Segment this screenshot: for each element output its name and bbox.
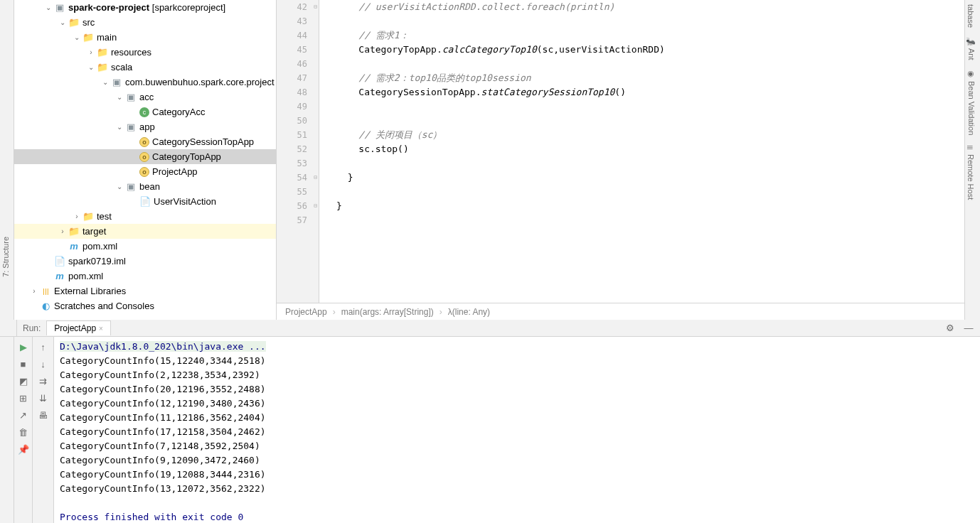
scroll-icon[interactable]: ⇊ — [38, 392, 49, 404]
chevron-right-icon[interactable]: › — [28, 287, 40, 295]
code-line — [336, 114, 964, 128]
library-icon: ⫼ — [40, 286, 51, 297]
chevron-down-icon[interactable]: ⌄ — [57, 18, 68, 26]
code-line — [336, 57, 964, 71]
line-number: 42⊟ — [277, 0, 319, 14]
tree-package[interactable]: ⌄ ▣ com.buwenbuhuo.spark.core.project — [14, 75, 276, 90]
tree-uservisitaction[interactable]: 📄 UserVisitAction — [14, 194, 276, 209]
breadcrumb[interactable]: ProjectApp › main(args: Array[String]) ›… — [277, 303, 964, 320]
code-line — [336, 99, 964, 114]
run-tab[interactable]: ProjectApp × — [46, 320, 111, 335]
chevron-down-icon[interactable]: ⌄ — [100, 78, 111, 86]
tree-src[interactable]: ⌄ 📁 src — [14, 15, 276, 30]
folder-icon: 📁 — [82, 32, 94, 43]
breadcrumb-item[interactable]: λ(line: Any) — [448, 307, 490, 317]
code-line — [336, 14, 964, 28]
fold-icon[interactable]: ⊟ — [314, 0, 317, 14]
tree-target[interactable]: › 📁 target — [14, 224, 276, 239]
line-number: 55 — [277, 185, 319, 199]
line-number: 52 — [277, 142, 319, 156]
tree-acc[interactable]: ⌄ ▣ acc — [14, 90, 276, 104]
tree-categoryacc[interactable]: c CategoryAcc — [14, 104, 276, 119]
console-line: CategoryCountInfo(20,12196,3552,2488) — [60, 382, 974, 397]
console-line: CategoryCountInfo(19,12088,3444,2316) — [60, 468, 974, 482]
database-tool[interactable]: tabase — [965, 0, 976, 32]
console-line: CategoryCountInfo(15,12240,3344,2518) — [60, 354, 974, 368]
exit-icon[interactable]: ↗ — [18, 409, 29, 421]
ant-tool[interactable]: 🐜Ant — [965, 32, 977, 65]
tree-test[interactable]: › 📁 test — [14, 209, 276, 224]
tree-scratches[interactable]: ◐ Scratches and Consoles — [14, 298, 276, 313]
code-line: CategoryTopApp.calcCategoryTop10(sc,user… — [336, 43, 964, 57]
chevron-down-icon[interactable]: ⌄ — [114, 123, 125, 131]
line-number: 44 — [277, 28, 319, 43]
code-content[interactable]: // userVisitActionRDD.collect.foreach(pr… — [319, 0, 964, 320]
console-line: CategoryCountInfo(2,12238,3534,2392) — [60, 368, 974, 382]
chevron-right-icon: › — [440, 307, 442, 317]
chevron-down-icon[interactable]: ⌄ — [43, 4, 54, 11]
up-icon[interactable]: ↑ — [38, 341, 49, 352]
play-icon[interactable]: ▶ — [18, 341, 29, 352]
run-toolbar-secondary: ↑ ↓ ⇉ ⇊ 🖶 — [33, 337, 54, 523]
editor-gutter: 42⊟ 43 44 45 46 47 48 49 50 51 52 53 54⊟… — [277, 0, 319, 320]
line-number: 45 — [277, 43, 319, 57]
line-number: 47 — [277, 71, 319, 85]
chevron-right-icon: › — [333, 307, 336, 317]
code-line — [336, 185, 964, 199]
line-number: 46 — [277, 57, 319, 71]
stop-icon[interactable]: ■ — [18, 358, 29, 370]
wrap-icon[interactable]: ⇉ — [38, 375, 49, 387]
fold-icon[interactable]: ⊟ — [314, 171, 317, 185]
remote-host-tool[interactable]: ⫼Remote Host — [965, 139, 976, 204]
minimize-icon[interactable]: — — [963, 323, 974, 334]
chevron-right-icon[interactable]: › — [57, 227, 68, 235]
package-icon: ▣ — [125, 92, 137, 103]
gear-icon[interactable]: ⚙ — [944, 323, 956, 334]
chevron-down-icon[interactable]: ⌄ — [85, 63, 97, 71]
tree-extlib[interactable]: › ⫼ External Libraries — [14, 284, 276, 298]
tree-catsessiontop[interactable]: o CategorySessionTopApp — [14, 134, 276, 149]
layout-icon[interactable]: ⊞ — [18, 392, 29, 404]
pin-icon[interactable]: 📌 — [18, 443, 29, 455]
down-icon[interactable]: ↓ — [38, 358, 49, 370]
tree-iml[interactable]: 📄 spark0719.iml — [14, 254, 276, 269]
module-icon: ▣ — [54, 2, 65, 14]
bean-validation-tool[interactable]: ◉Bean Validation — [965, 65, 977, 139]
tree-main[interactable]: ⌄ 📁 main — [14, 30, 276, 45]
breadcrumb-item[interactable]: main(args: Array[String]) — [341, 307, 434, 317]
tree-pom1[interactable]: m pom.xml — [14, 239, 276, 254]
maven-icon: m — [54, 271, 65, 282]
tree-pom2[interactable]: m pom.xml — [14, 269, 276, 284]
class-icon: c — [139, 107, 149, 117]
code-line: } — [336, 171, 964, 185]
tree-project-root[interactable]: ⌄ ▣ spark-core-project [sparkcoreproject… — [14, 0, 276, 15]
console-line: D:\Java\jdk1.8.0_202\bin\java.exe ... — [60, 340, 974, 354]
camera-icon[interactable]: ◩ — [18, 375, 29, 387]
right-tool-strip[interactable]: tabase 🐜Ant ◉Bean Validation ⫼Remote Hos… — [964, 0, 980, 320]
console-output[interactable]: D:\Java\jdk1.8.0_202\bin\java.exe ... Ca… — [54, 337, 980, 523]
tree-scala[interactable]: ⌄ 📁 scala — [14, 60, 276, 75]
code-line: // 关闭项目（sc） — [336, 128, 964, 142]
run-label: Run: — [17, 323, 46, 333]
trash-icon[interactable]: 🗑 — [18, 426, 29, 438]
fold-icon[interactable]: ⊟ — [314, 199, 317, 213]
bean-icon: ◉ — [966, 69, 976, 78]
breadcrumb-item[interactable]: ProjectApp — [285, 307, 327, 317]
tree-projectapp[interactable]: o ProjectApp — [14, 164, 276, 179]
print-icon[interactable]: 🖶 — [38, 409, 49, 421]
left-tool-strip[interactable]: 7: Structure — [0, 0, 14, 320]
tree-resources[interactable]: › 📁 resources — [14, 45, 276, 60]
object-icon: o — [139, 137, 149, 147]
chevron-down-icon[interactable]: ⌄ — [114, 183, 125, 190]
code-editor[interactable]: 42⊟ 43 44 45 46 47 48 49 50 51 52 53 54⊟… — [276, 0, 964, 320]
chevron-down-icon[interactable]: ⌄ — [71, 33, 82, 41]
close-icon[interactable]: × — [99, 325, 103, 333]
chevron-right-icon[interactable]: › — [71, 212, 82, 220]
chevron-down-icon[interactable]: ⌄ — [114, 93, 125, 101]
chevron-right-icon[interactable]: › — [85, 48, 97, 56]
tree-bean[interactable]: ⌄ ▣ bean — [14, 179, 276, 194]
tree-app[interactable]: ⌄ ▣ app — [14, 119, 276, 134]
tree-cattop[interactable]: o CategoryTopApp — [14, 149, 276, 164]
structure-tool[interactable]: 7: Structure — [1, 237, 10, 277]
project-tree[interactable]: ⌄ ▣ spark-core-project [sparkcoreproject… — [14, 0, 276, 320]
